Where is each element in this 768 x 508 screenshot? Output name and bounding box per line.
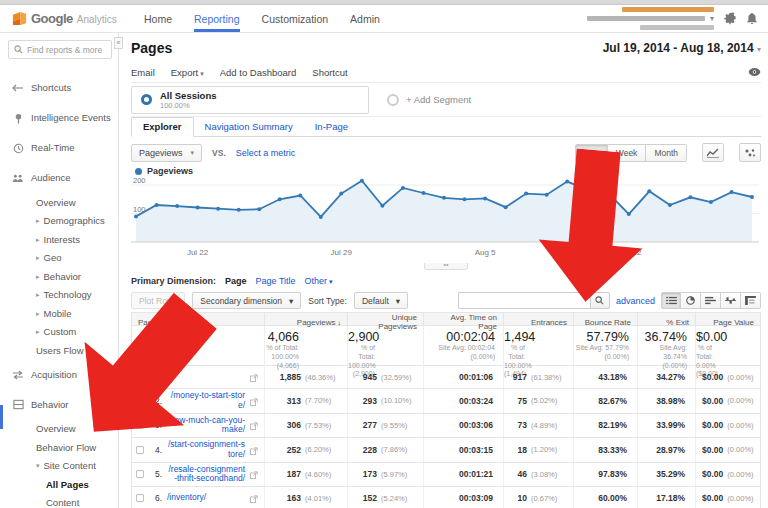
sidebar-item-shortcuts[interactable]: Shortcuts — [0, 73, 118, 103]
sort-type-dropdown[interactable]: Default ▾ — [354, 292, 408, 309]
external-link-icon[interactable] — [250, 368, 258, 386]
chart-collapse-handle[interactable]: •• — [424, 263, 468, 270]
select-metric-link[interactable]: Select a metric — [236, 148, 296, 158]
sidebar-item-all-pages[interactable]: All Pages — [0, 475, 118, 494]
page-link[interactable]: /how-much-can-you-make/ — [167, 416, 245, 436]
settings-gear-icon[interactable] — [723, 12, 736, 25]
row-checkbox[interactable] — [136, 421, 144, 429]
tab-navigation-summary[interactable]: Navigation Summary — [194, 118, 304, 136]
advanced-search-link[interactable]: advanced — [616, 296, 655, 306]
sidebar-item-content-drilldown[interactable]: Content Drilldown — [0, 494, 118, 508]
tab-in-page[interactable]: In-Page — [304, 118, 359, 136]
sidebar-item-mobile[interactable]: ▸Mobile — [0, 304, 118, 323]
cell-value: 228 — [363, 445, 377, 455]
granularity-month[interactable]: Month — [646, 144, 687, 162]
notifications-bell-icon[interactable] — [745, 12, 758, 25]
row-checkbox[interactable] — [136, 373, 144, 381]
dimension-other[interactable]: Other ▾ — [305, 276, 333, 286]
cell-value: 252 — [287, 445, 301, 455]
sidebar-item-demographics[interactable]: ▸Demographics — [0, 212, 118, 231]
external-link-icon[interactable] — [250, 489, 258, 507]
app-nav: HomeReportingCustomizationAdmin — [144, 5, 380, 32]
plot-rows-button[interactable]: Plot Rows — [131, 292, 185, 309]
cell-value: 18 — [518, 445, 527, 455]
sidebar-item-intelligence-events[interactable]: Intelligence Events — [0, 103, 118, 133]
nav-home[interactable]: Home — [144, 5, 172, 32]
sidebar-item-technology[interactable]: ▸Technology — [0, 286, 118, 305]
action-export[interactable]: Export ▾ — [171, 67, 204, 78]
cell-value: 33.99% — [656, 420, 685, 430]
segment-all-sessions[interactable]: All Sessions 100.00% — [131, 86, 369, 114]
secondary-dimension-dropdown[interactable]: Secondary dimension ▾ — [192, 292, 301, 309]
granularity-day[interactable]: Day — [575, 144, 608, 162]
account-info-redacted[interactable]: ▾ — [587, 7, 714, 30]
nav-admin[interactable]: Admin — [350, 5, 380, 32]
sidebar-search[interactable]: Find reports & more — [8, 40, 112, 59]
cell-val: $0.00(0.00%) — [695, 389, 760, 413]
comparison-view-button[interactable] — [721, 292, 741, 309]
row-checkbox[interactable] — [136, 397, 144, 405]
row-checkbox[interactable] — [136, 446, 144, 454]
table-row: 5./resale-consignment-thrift-secondhand/… — [131, 463, 761, 488]
performance-view-button[interactable] — [701, 292, 721, 309]
action-shortcut[interactable]: Shortcut — [312, 67, 347, 78]
cell-value: 163 — [287, 493, 301, 503]
sidebar-collapse-button[interactable]: « — [114, 37, 123, 49]
nav-reporting[interactable]: Reporting — [194, 5, 240, 32]
tab-explorer[interactable]: Explorer — [131, 117, 194, 137]
sidebar-item-users-flow[interactable]: Users Flow — [0, 341, 118, 360]
sidebar-item-label: Acquisition — [31, 370, 77, 380]
sidebar-item-custom[interactable]: ▸Custom — [0, 323, 118, 342]
table-search-button[interactable] — [590, 292, 610, 309]
nav-customization[interactable]: Customization — [262, 5, 329, 32]
sidebar-item-interests[interactable]: ▸Interests — [0, 230, 118, 249]
sidebar-item-behavior-flow[interactable]: Behavior Flow — [0, 438, 118, 457]
table-view-button[interactable] — [661, 292, 681, 309]
granularity-week[interactable]: Week — [608, 144, 647, 162]
chevron-down-icon: ▾ — [327, 278, 332, 285]
sidebar-item-acquisition[interactable]: Acquisition — [0, 360, 118, 390]
sidebar-item-audience[interactable]: Audience — [0, 163, 118, 193]
sidebar-item-geo[interactable]: ▸Geo — [0, 249, 118, 268]
sidebar-item-behavior[interactable]: Behavior — [0, 390, 118, 420]
date-range-selector[interactable]: Jul 19, 2014 - Aug 18, 2014 ▾ — [603, 41, 761, 55]
external-link-icon[interactable] — [250, 465, 258, 483]
visibility-eye-icon[interactable] — [748, 67, 761, 78]
metric-selector-dropdown[interactable]: Pageviews ▾ — [131, 144, 202, 162]
sidebar-item-real-time[interactable]: Real-Time — [0, 133, 118, 163]
granularity-group: DayWeekMonth — [575, 144, 687, 162]
sidebar-item-site-content[interactable]: ▾Site Content — [0, 457, 118, 476]
sidebar-item-overview[interactable]: Overview — [0, 193, 118, 212]
google-analytics-logo[interactable]: Google Analytics — [12, 11, 130, 26]
external-link-icon[interactable] — [250, 441, 258, 459]
page-link[interactable]: / — [167, 372, 169, 382]
action-add-to-dashboard[interactable]: Add to Dashboard — [220, 67, 297, 78]
row-checkbox[interactable] — [136, 470, 144, 478]
page-link[interactable]: /inventory/ — [167, 493, 206, 503]
external-link-icon[interactable] — [250, 416, 258, 434]
chart-type-line-button[interactable] — [702, 143, 724, 162]
page-link[interactable]: /start-consignment-store/ — [167, 440, 245, 460]
cell-percent: (0.00%) — [723, 445, 754, 454]
page-link[interactable]: /money-to-start-store/ — [167, 391, 245, 411]
chart-type-motion-button[interactable] — [739, 143, 761, 162]
add-segment-button[interactable]: + Add Segment — [387, 94, 471, 106]
sidebar-item-overview[interactable]: Overview — [0, 420, 118, 439]
pageviews-chart[interactable]: 100200Jul 22Jul 29Aug 5Aug 12 — [131, 178, 761, 262]
table-search-input[interactable] — [458, 292, 590, 309]
svg-text:Jul 29: Jul 29 — [331, 248, 353, 257]
row-checkbox[interactable] — [136, 494, 144, 502]
external-link-icon[interactable] — [250, 392, 258, 410]
cell-val: $0.00(0.00%) — [695, 487, 760, 508]
dimension-page-title[interactable]: Page Title — [256, 276, 296, 286]
account-caret[interactable]: ▾ — [710, 14, 714, 23]
dimension-page[interactable]: Page — [225, 276, 247, 286]
svg-text:100: 100 — [133, 205, 146, 214]
percentage-view-button[interactable] — [681, 292, 701, 309]
action-email[interactable]: Email — [131, 67, 155, 78]
sidebar-item-behavior[interactable]: ▸Behavior — [0, 267, 118, 286]
row-index: 1. — [149, 372, 162, 382]
summary-subtext: Site Avg: 57.79% — [574, 344, 629, 353]
page-link[interactable]: /resale-consignment-thrift-secondhand/ — [167, 465, 245, 485]
pivot-view-button[interactable] — [741, 292, 761, 309]
